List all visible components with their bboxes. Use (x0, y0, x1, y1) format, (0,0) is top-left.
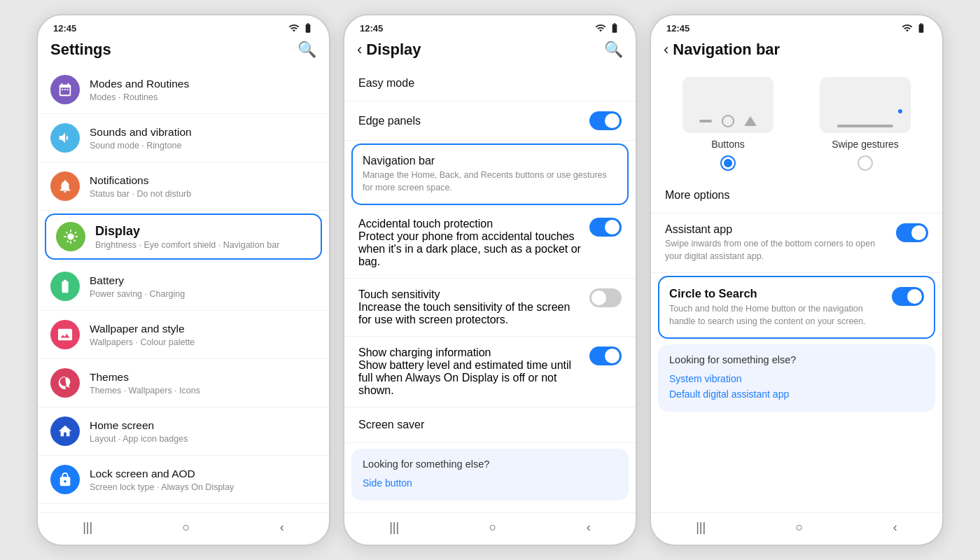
swipe-label: Swipe gestures (832, 139, 899, 150)
homescreen-sub: Layout · App icon badges (90, 434, 316, 444)
swipe-radio[interactable] (858, 155, 873, 171)
nav-recent-1[interactable]: ||| (83, 520, 92, 535)
settings-item-sounds[interactable]: Sounds and vibration Sound mode · Ringto… (38, 114, 329, 162)
accidental-title: Accidental touch protection (358, 218, 581, 230)
charging-toggle[interactable] (589, 346, 622, 365)
assistant-app-item[interactable]: Assistant app Swipe inwards from one of … (651, 214, 942, 273)
sounds-text: Sounds and vibration Sound mode · Ringto… (90, 125, 316, 150)
header-navbar: ‹ Navigation bar (651, 36, 942, 66)
navbar-content: Buttons Swipe gestures More options Assi… (651, 66, 942, 512)
sounds-icon (50, 123, 80, 153)
notif-sub: Status bar · Do not disturb (90, 189, 316, 199)
settings-item-themes[interactable]: Themes Themes · Wallpapers · Icons (38, 359, 329, 407)
back-button-3[interactable]: ‹ (664, 41, 668, 59)
display-text: Display Brightness · Eye comfort shield … (95, 223, 311, 250)
nav-bar-sub: Manage the Home, Back, and Recents butto… (363, 169, 617, 194)
wallpaper-text: Wallpaper and style Wallpapers · Colour … (90, 322, 316, 346)
lockscreen-icon (50, 465, 80, 494)
gestures-preview (820, 77, 911, 133)
settings-item-battery[interactable]: Battery Power saving · Charging (38, 262, 329, 311)
recent-btn-preview (699, 120, 712, 122)
edge-panels-toggle[interactable] (589, 111, 622, 130)
easy-mode-item[interactable]: Easy mode (344, 66, 636, 102)
touch-sub: Increase the touch sensitivity of the sc… (358, 301, 581, 326)
charging-info-item[interactable]: Show charging information Show battery l… (344, 337, 636, 407)
wallpaper-icon (50, 320, 80, 349)
phone-navbar: 12:45 ‹ Navigation bar Buttons (650, 14, 944, 546)
lockscreen-sub: Screen lock type · Always On Display (90, 482, 316, 492)
more-options-item[interactable]: More options (651, 178, 942, 214)
looking-title-3: Looking for something else? (669, 354, 924, 365)
accidental-sub: Protect your phone from accidental touch… (358, 230, 581, 268)
assistant-title: Assistant app (665, 223, 889, 236)
default-assistant-link[interactable]: Default digital assistant app (669, 386, 924, 402)
settings-item-homescreen[interactable]: Home screen Layout · App icon badges (38, 407, 329, 456)
phone-display: 12:45 ‹ Display 🔍 Easy mode Edge panels … (343, 14, 637, 546)
touch-title: Touch sensitivity (358, 288, 581, 301)
settings-item-modes[interactable]: Modes and Routines Modes · Routines (38, 66, 329, 114)
modes-title: Modes and Routines (90, 77, 316, 91)
display-page-title: Display (366, 41, 604, 59)
nav-recent-2[interactable]: ||| (389, 520, 399, 535)
nav-options-row: Buttons Swipe gestures (651, 66, 942, 178)
touch-sensitivity-item[interactable]: Touch sensitivity Increase the touch sen… (344, 279, 636, 337)
search-button-1[interactable]: 🔍 (298, 41, 316, 59)
side-button-link[interactable]: Side button (363, 475, 617, 491)
modes-icon (50, 75, 80, 104)
search-button-2[interactable]: 🔍 (604, 41, 623, 59)
nav-recent-3[interactable]: ||| (696, 520, 706, 535)
status-bar-3: 12:45 (651, 15, 942, 36)
themes-sub: Themes · Wallpapers · Icons (90, 386, 316, 396)
settings-list: Modes and Routines Modes · Routines Soun… (38, 66, 329, 512)
edge-panels-item[interactable]: Edge panels (344, 102, 636, 141)
nav-back-1[interactable]: ‹ (280, 520, 284, 535)
nav-bar-title: Navigation bar (363, 155, 617, 167)
status-bar-2: 12:45 (344, 15, 636, 36)
nav-option-buttons[interactable]: Buttons (665, 77, 791, 171)
status-icons-2 (595, 22, 620, 34)
nav-back-2[interactable]: ‹ (587, 520, 591, 535)
circle-search-toggle[interactable] (892, 287, 924, 306)
navigation-bar-item[interactable]: Navigation bar Manage the Home, Back, an… (351, 144, 629, 205)
settings-item-lockscreen[interactable]: Lock screen and AOD Screen lock type · A… (38, 456, 329, 504)
gesture-handle (837, 125, 893, 127)
looking-section-3: Looking for something else? System vibra… (658, 344, 935, 412)
back-button-2[interactable]: ‹ (357, 41, 362, 59)
time-2: 12:45 (360, 23, 383, 34)
touch-toggle[interactable] (589, 288, 622, 307)
nav-bar-1: ||| ○ ‹ (38, 512, 329, 545)
display-sub: Brightness · Eye comfort shield · Naviga… (95, 240, 311, 250)
battery-sub: Power saving · Charging (90, 289, 316, 299)
back-btn-preview (744, 116, 757, 126)
looking-title-2: Looking for something else? (363, 458, 617, 470)
system-vibration-link[interactable]: System vibration (669, 371, 924, 386)
battery-text: Battery Power saving · Charging (90, 274, 316, 298)
accidental-toggle[interactable] (589, 218, 622, 237)
looking-section-2: Looking for something else? Side button (351, 449, 629, 500)
nav-back-3[interactable]: ‹ (893, 520, 897, 535)
themes-text: Themes Themes · Wallpapers · Icons (90, 370, 316, 395)
screen-saver-item[interactable]: Screen saver (344, 407, 636, 443)
nav-home-3[interactable]: ○ (796, 520, 804, 535)
settings-item-display[interactable]: Display Brightness · Eye comfort shield … (45, 214, 322, 260)
modes-sub: Modes · Routines (90, 92, 316, 102)
nav-home-1[interactable]: ○ (183, 520, 190, 535)
navbar-page-title: Navigation bar (673, 41, 930, 59)
charging-title: Show charging information (358, 346, 581, 359)
accidental-item[interactable]: Accidental touch protection Protect your… (344, 208, 636, 279)
themes-title: Themes (90, 370, 316, 384)
assistant-toggle[interactable] (896, 223, 928, 242)
nav-option-swipe[interactable]: Swipe gestures (802, 77, 928, 171)
sounds-title: Sounds and vibration (90, 125, 316, 139)
notifications-text: Notifications Status bar · Do not distur… (90, 174, 316, 198)
circle-search-item[interactable]: Circle to Search Touch and hold the Home… (658, 276, 935, 339)
settings-title: Settings (50, 41, 298, 59)
assistant-sub: Swipe inwards from one of the bottom cor… (665, 238, 889, 262)
settings-item-wallpaper[interactable]: Wallpaper and style Wallpapers · Colour … (38, 311, 329, 359)
buttons-label: Buttons (711, 139, 744, 150)
buttons-radio[interactable] (720, 155, 736, 171)
lockscreen-text: Lock screen and AOD Screen lock type · A… (90, 467, 316, 491)
nav-home-2[interactable]: ○ (489, 520, 497, 535)
edge-panels-knob (605, 113, 620, 128)
settings-item-notifications[interactable]: Notifications Status bar · Do not distur… (38, 162, 329, 211)
